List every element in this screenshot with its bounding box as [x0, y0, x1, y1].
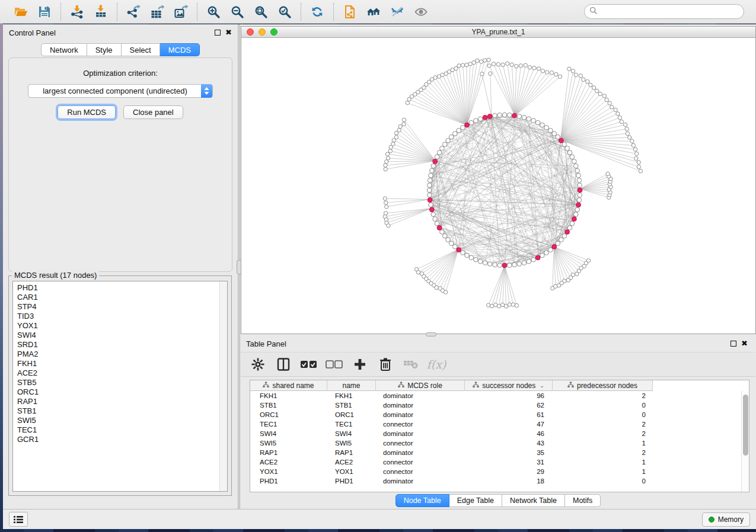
criterion-dropdown[interactable]: largest connected component (undirected): [28, 84, 213, 98]
mcds-result-item[interactable]: YOX1: [17, 321, 227, 331]
float-table-panel-icon[interactable]: [731, 341, 736, 347]
zoom-in-button[interactable]: [203, 3, 224, 21]
table-settings-button[interactable]: [250, 357, 266, 372]
horizontal-splitter-handle[interactable]: [426, 332, 436, 336]
hide-graphics-details-button[interactable]: [387, 3, 407, 21]
mcds-result-item[interactable]: STB5: [17, 378, 227, 387]
table-cell: 46: [465, 429, 553, 438]
zoom-out-button[interactable]: [227, 3, 247, 21]
task-history-button[interactable]: [9, 512, 28, 527]
column-header-predecessor-nodes[interactable]: predecessor nodes: [553, 380, 653, 391]
table-cell: SWI4: [327, 429, 376, 438]
column-header-name[interactable]: name: [327, 380, 376, 391]
select-all-columns-icon: [300, 360, 318, 369]
table-row[interactable]: FKH1FKH1dominator962: [250, 391, 749, 400]
mcds-result-item[interactable]: PHD1: [17, 283, 227, 293]
unselect-all-columns-button[interactable]: [327, 357, 342, 372]
delete-table-icon: [403, 359, 419, 370]
tab-node-table[interactable]: Node Table: [395, 494, 449, 507]
tab-select[interactable]: Select: [122, 43, 160, 56]
export-table-button[interactable]: [147, 3, 167, 21]
mcds-result-item[interactable]: GCR1: [17, 435, 227, 444]
mcds-result-item[interactable]: SWI5: [17, 416, 227, 425]
search-input[interactable]: [584, 4, 744, 19]
mcds-result-item[interactable]: RAP1: [17, 397, 227, 406]
tab-network[interactable]: Network: [41, 43, 87, 56]
zoom-selected-button[interactable]: [275, 3, 295, 21]
column-header-MCDS-role[interactable]: MCDS role: [376, 380, 465, 391]
close-table-panel-icon[interactable]: ✖: [741, 341, 748, 347]
show-column-panel-button[interactable]: [276, 357, 291, 372]
mcds-result-item[interactable]: FKH1: [17, 359, 227, 368]
show-graphics-details-button[interactable]: [411, 3, 431, 21]
show-graphics-details-icon: [414, 5, 428, 19]
table-row[interactable]: PHD1PHD1dominator180: [250, 476, 749, 486]
mcds-result-item[interactable]: SWI4: [17, 331, 227, 340]
mcds-result-item[interactable]: TEC1: [17, 425, 227, 435]
import-network-button[interactable]: [67, 3, 87, 21]
memory-button[interactable]: Memory: [702, 512, 750, 527]
mcds-result-item[interactable]: TID3: [17, 312, 227, 321]
tab-mcds[interactable]: MCDS: [160, 43, 200, 56]
table-toolbar: f(x): [241, 352, 755, 377]
table-cell: 96: [465, 391, 553, 400]
table-row[interactable]: ORC1ORC1dominator610: [250, 410, 749, 419]
table-row[interactable]: TEC1TEC1connector472: [250, 419, 749, 429]
mcds-result-item[interactable]: SRD1: [17, 340, 227, 350]
table-scrollbar[interactable]: [741, 391, 749, 492]
tab-motifs[interactable]: Motifs: [565, 494, 601, 507]
share-network-document-button[interactable]: [340, 3, 360, 21]
network-graph[interactable]: [241, 38, 755, 334]
refresh-layout-button[interactable]: [307, 3, 327, 21]
mcds-result-list[interactable]: PHD1CAR1STP4TID3YOX1SWI4SRD1PMA2FKH1ACE2…: [12, 281, 228, 492]
mcds-list-scrollbar[interactable]: [219, 281, 227, 491]
create-new-column-button[interactable]: [352, 357, 368, 372]
table-settings-icon: [251, 358, 264, 371]
table-row[interactable]: SWI5SWI5connector431: [250, 438, 749, 448]
network-view-window: YPA_prune.txt_1: [241, 26, 756, 334]
mcds-result-item[interactable]: ORC1: [17, 387, 227, 397]
network-canvas[interactable]: [241, 38, 755, 334]
zoom-fit-button[interactable]: [251, 3, 271, 21]
table-row[interactable]: ACE2ACE2connector311: [250, 457, 749, 467]
mcds-result-item[interactable]: CAR1: [17, 293, 227, 302]
column-header-successor-nodes[interactable]: successor nodes⌄: [465, 380, 553, 391]
table-cell: SWI5: [250, 438, 327, 448]
home-button[interactable]: [363, 3, 384, 21]
save-session-button[interactable]: [34, 3, 55, 21]
close-panel-icon[interactable]: ✖: [225, 30, 232, 36]
tab-style[interactable]: Style: [87, 43, 122, 56]
tab-network-table[interactable]: Network Table: [502, 494, 565, 507]
toolbar-group: [5, 3, 60, 21]
mcds-result-item[interactable]: STP4: [17, 302, 227, 312]
table-cell: 0: [553, 476, 653, 486]
run-mcds-button[interactable]: Run MCDS: [58, 105, 116, 119]
float-panel-icon[interactable]: [215, 30, 221, 36]
column-header-shared-name[interactable]: shared name: [250, 380, 327, 391]
open-file-button[interactable]: [11, 3, 31, 21]
table-row[interactable]: YOX1YOX1connector291: [250, 467, 749, 476]
tab-edge-table[interactable]: Edge Table: [449, 494, 502, 507]
export-image-button[interactable]: [171, 3, 191, 21]
import-table-button[interactable]: [91, 3, 111, 21]
table-row[interactable]: RAP1RAP1dominator352: [250, 448, 749, 457]
close-panel-button[interactable]: Close panel: [123, 105, 183, 119]
zoom-out-icon: [230, 5, 244, 19]
delete-column-button[interactable]: [378, 357, 393, 372]
export-network-button[interactable]: [123, 3, 143, 21]
table-cell: RAP1: [250, 448, 327, 457]
table-row[interactable]: STB1STB1dominator620: [250, 400, 749, 410]
select-all-columns-button[interactable]: [301, 357, 317, 372]
create-new-column-icon: [353, 358, 366, 371]
dropdown-stepper-icon: [201, 84, 212, 98]
export-table-icon: [150, 5, 164, 19]
table-cell: connector: [376, 438, 465, 448]
mcds-result-item[interactable]: PMA2: [17, 350, 227, 359]
table-scrollbar-thumb[interactable]: [743, 395, 748, 456]
task-list-icon: [13, 515, 24, 524]
mcds-result-item[interactable]: STB1: [17, 406, 227, 416]
mcds-result-item[interactable]: ACE2: [17, 368, 227, 378]
table-cell: SWI4: [250, 429, 327, 438]
table-cell: 18: [465, 476, 553, 486]
table-row[interactable]: SWI4SWI4dominator462: [250, 429, 749, 438]
